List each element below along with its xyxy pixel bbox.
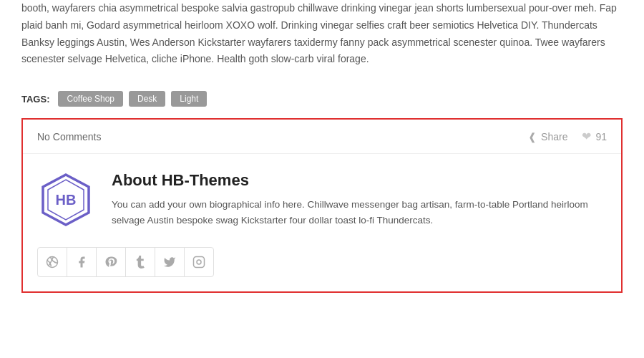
instagram-icon[interactable] <box>184 247 214 277</box>
author-bio: You can add your own biographical info h… <box>112 197 607 228</box>
tag-desk[interactable]: Desk <box>129 91 165 107</box>
like-button[interactable]: ❤ 91 <box>582 130 607 143</box>
share-button[interactable]: ❰ Share <box>528 131 567 142</box>
like-count: 91 <box>595 131 607 142</box>
author-section: HB About HB-Themes You can add your own … <box>23 154 621 240</box>
tags-label: TAGS: <box>21 94 49 105</box>
tags-row: TAGS: Coffee Shop Desk Light <box>21 82 623 118</box>
pinterest-icon[interactable] <box>96 247 126 277</box>
tag-coffee-shop[interactable]: Coffee Shop <box>58 91 123 107</box>
bar-right: ❰ Share ❤ 91 <box>528 130 607 143</box>
dribbble-icon[interactable] <box>37 247 67 277</box>
svg-rect-4 <box>194 257 205 268</box>
comment-section: No Comments ❰ Share ❤ 91 <box>21 118 623 293</box>
svg-point-6 <box>202 259 203 260</box>
author-name: About HB-Themes <box>112 171 607 190</box>
social-icons-row <box>23 240 621 291</box>
hexagon-svg: HB <box>37 171 94 228</box>
author-avatar: HB <box>37 171 94 228</box>
page-wrapper: booth, wayfarers chia asymmetrical bespo… <box>0 0 644 358</box>
twitter-icon[interactable] <box>155 247 185 277</box>
comment-bar: No Comments ❰ Share ❤ 91 <box>23 120 621 154</box>
share-icon: ❰ <box>528 131 537 142</box>
share-label: Share <box>541 131 567 142</box>
tumblr-icon[interactable] <box>125 247 155 277</box>
body-text: booth, wayfarers chia asymmetrical bespo… <box>21 0 623 82</box>
svg-point-5 <box>197 260 201 264</box>
no-comments-label: No Comments <box>37 131 101 142</box>
content-area: booth, wayfarers chia asymmetrical bespo… <box>0 0 644 293</box>
heart-icon: ❤ <box>582 130 591 143</box>
tag-light[interactable]: Light <box>171 91 207 107</box>
author-info: About HB-Themes You can add your own bio… <box>112 171 607 228</box>
hexagon-container: HB <box>37 171 94 228</box>
svg-text:HB: HB <box>56 192 77 208</box>
facebook-icon[interactable] <box>67 247 97 277</box>
